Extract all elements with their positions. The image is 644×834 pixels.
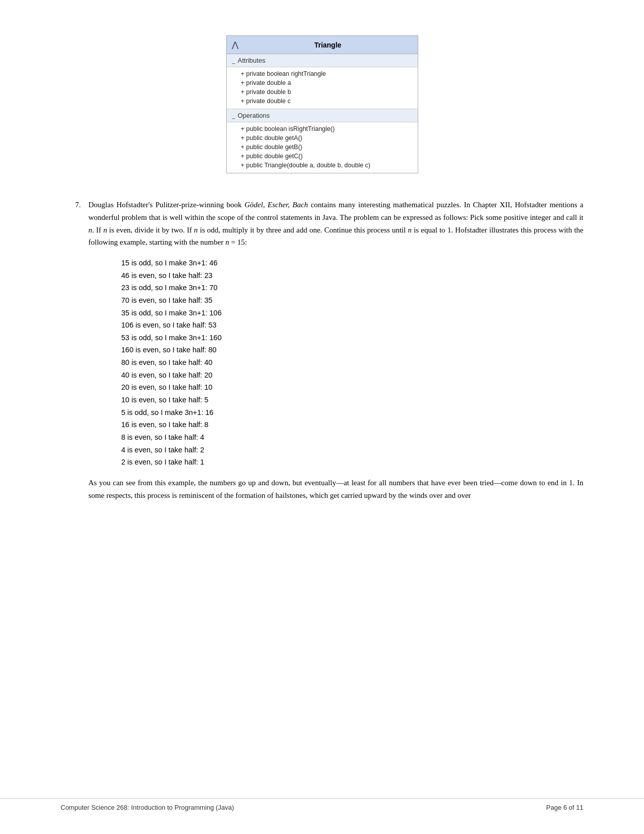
seq-item: 35 is odd, so I make 3n+1: 106: [121, 307, 583, 319]
var-n-2: n: [103, 226, 107, 234]
uml-attr-item: + private double a: [227, 78, 418, 87]
uml-container: ⋀ Triangle ⎯ Attributes + private boolea…: [61, 35, 583, 173]
uml-attributes-label: Attributes: [238, 57, 266, 64]
seq-item: 20 is even, so I take half: 10: [121, 381, 583, 394]
seq-item: 106 is even, so I take half: 53: [121, 319, 583, 332]
uml-attr-item: + private double c: [227, 97, 418, 106]
uml-op-item: + public double getB(): [227, 143, 418, 152]
question-body: Douglas Hofstadter's Pulitzer-prize-winn…: [88, 199, 583, 249]
uml-attr-item: + private boolean rightTriangle: [227, 69, 418, 78]
seq-item: 16 is even, so I take half: 8: [121, 419, 583, 431]
seq-item: 46 is even, so I take half: 23: [121, 269, 583, 282]
seq-item: 80 is even, so I take half: 40: [121, 356, 583, 369]
footer: Computer Science 268: Introduction to Pr…: [0, 798, 644, 811]
seq-item: 8 is even, so I take half: 4: [121, 431, 583, 444]
question-7-row: 7. Douglas Hofstadter's Pulitzer-prize-w…: [61, 199, 583, 249]
uml-operations-header: ⎯ Operations: [227, 109, 418, 122]
seq-item: 4 is even, so I take half: 2: [121, 444, 583, 456]
collapse-icon-attributes: ⎯: [232, 58, 235, 64]
seq-item: 15 is odd, so I make 3n+1: 46: [121, 257, 583, 269]
hailstone-sequence: 15 is odd, so I make 3n+1: 46 46 is even…: [121, 257, 583, 469]
uml-op-item: + public double getA(): [227, 133, 418, 143]
uml-title-row: ⋀ Triangle: [227, 36, 418, 54]
page: ⋀ Triangle ⎯ Attributes + private boolea…: [0, 0, 644, 834]
uml-attr-item: + private double b: [227, 87, 418, 97]
seq-item: 5 is odd, so I make 3n+1: 16: [121, 406, 583, 419]
followup-paragraph: As you can see from this example, the nu…: [88, 477, 583, 502]
uml-op-item: + public double getC(): [227, 152, 418, 161]
seq-item: 160 is even, so I take half: 80: [121, 344, 583, 356]
uml-op-item: + public boolean isRightTriangle(): [227, 124, 418, 133]
seq-item: 2 is even, so I take half: 1: [121, 456, 583, 469]
var-n-4: n: [408, 226, 412, 234]
uml-operations-label: Operations: [238, 112, 270, 119]
var-n-1: n: [88, 226, 92, 234]
book-title: Gödel, Escher, Bach: [244, 201, 308, 209]
seq-item: 40 is even, so I take half: 20: [121, 369, 583, 382]
uml-op-item: + public Triangle(double a, double b, do…: [227, 161, 418, 170]
uml-diagram: ⋀ Triangle ⎯ Attributes + private boolea…: [226, 35, 418, 173]
question-7-block: 7. Douglas Hofstadter's Pulitzer-prize-w…: [61, 199, 583, 501]
seq-item: 10 is even, so I take half: 5: [121, 394, 583, 406]
uml-operations-items: + public boolean isRightTriangle() + pub…: [227, 122, 418, 173]
var-n-3: n: [194, 226, 198, 234]
seq-item: 23 is odd, so I make 3n+1: 70: [121, 282, 583, 294]
var-n-5: n: [225, 238, 229, 246]
uml-icon: ⋀: [232, 40, 238, 50]
uml-attributes-header: ⎯ Attributes: [227, 54, 418, 67]
seq-item: 53 is odd, so I make 3n+1: 160: [121, 332, 583, 344]
seq-item: 70 is even, so I take half: 35: [121, 294, 583, 307]
uml-title: Triangle: [243, 41, 413, 49]
collapse-icon-operations: ⎯: [232, 113, 235, 119]
footer-page: Page 6 of 11: [546, 804, 583, 811]
footer-course: Computer Science 268: Introduction to Pr…: [61, 804, 234, 811]
uml-attributes-items: + private boolean rightTriangle + privat…: [227, 67, 418, 109]
question-number: 7.: [61, 199, 88, 249]
